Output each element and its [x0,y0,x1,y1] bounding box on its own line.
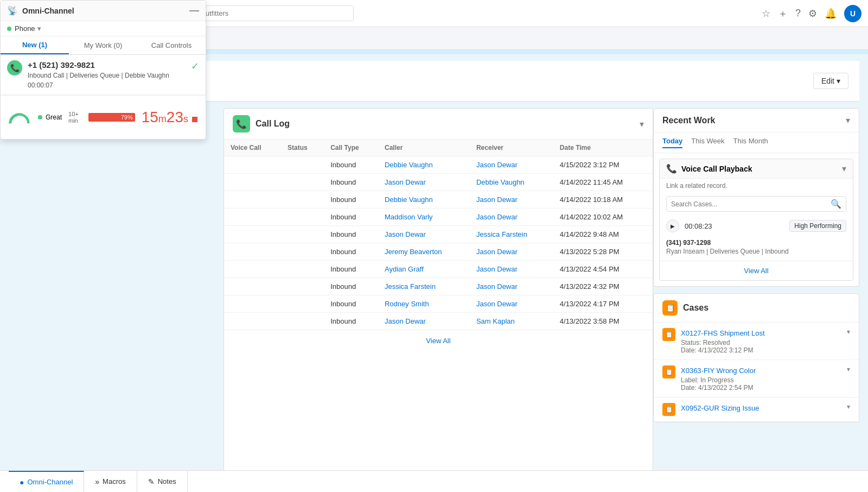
cell-status [281,313,324,330]
caller-detail: Ryan Inseam | Deliveries Queue | Inbound [666,248,846,255]
cell-call-type: Inbound [324,313,378,330]
cell-status [281,278,324,295]
table-row: Inbound Jason Dewar Debbie Vaughn 4/14/2… [224,174,653,191]
case-info: X0952-GUR Sizing Issue [681,403,760,413]
case-link[interactable]: X0952-GUR Sizing Issue [681,404,760,412]
omni-minimize-icon[interactable]: — [189,5,199,16]
case-dropdown-icon[interactable]: ▾ [847,365,850,373]
cell-date-time: 4/13/2022 4:32 PM [553,278,653,295]
cell-status [281,174,324,191]
table-row: Inbound Jason Dewar Sam Kaplan 4/13/2022… [224,313,653,330]
caller-link: Maddison Varly [385,213,433,221]
footer-tab-omni-channel[interactable]: ● Omni-Channel [9,471,84,492]
avatar[interactable]: U [844,5,861,22]
caller-link: Jeremy Beaverton [385,248,442,256]
call-time: 00:00:07 [28,81,169,89]
vcp-dropdown-icon[interactable]: ▾ [842,163,846,174]
help-icon[interactable]: ? [795,8,801,19]
notes-icon: ✎ [148,477,155,486]
stat-bar: 79% [88,113,135,122]
tab-call-controls[interactable]: Call Controls [137,36,206,54]
cell-receiver[interactable]: Jason Dewar [470,156,553,174]
table-row: Inbound Jason Dewar Jessica Farstein 4/1… [224,226,653,243]
cell-caller[interactable]: Jeremy Beaverton [378,243,470,261]
cell-caller[interactable]: Debbie Vaughn [378,191,470,209]
cell-voice-call [224,174,281,191]
cell-receiver[interactable]: Jason Dewar [470,278,553,295]
great-label: Great [46,113,62,121]
phone-status-row: Phone ▾ [1,21,206,36]
play-button[interactable]: ▶ [666,219,679,232]
cell-receiver[interactable]: Jason Dewar [470,209,553,226]
settings-icon[interactable]: ⚙ [808,8,817,20]
omni-channel-icon: ● [20,478,24,487]
vcp-search-icon: 🔍 [831,199,841,209]
cell-caller[interactable]: Jason Dewar [378,226,470,243]
edit-button[interactable]: Edit ▾ [813,73,848,89]
notifications-icon[interactable]: 🔔 [825,8,837,20]
footer-tab-notes[interactable]: ✎ Notes [137,471,188,492]
tab-my-work[interactable]: My Work (0) [69,36,137,54]
case-link[interactable]: X0127-FHS Shipment Lost [681,329,765,337]
omni-overlay: 📡 Omni-Channel — Phone ▾ New (1) My Work… [0,0,206,140]
tab-today[interactable]: Today [662,137,682,148]
vcp-search-box[interactable]: 🔍 [666,196,846,212]
omni-title: Omni-Channel [22,7,74,15]
case-dropdown-icon[interactable]: ▾ [847,328,850,336]
timer-stop-icon[interactable]: ⏹ [190,115,199,124]
case-dropdown-icon[interactable]: ▾ [847,403,850,411]
playback-time: 00:08:23 [685,222,712,230]
cell-status [281,243,324,261]
cell-receiver[interactable]: Jason Dewar [470,243,553,261]
search-cases-input[interactable] [671,200,831,208]
cell-caller[interactable]: Jason Dewar [378,174,470,191]
cell-voice-call [224,156,281,174]
call-log-table: Voice Call Status Call Type Caller Recei… [224,140,653,330]
tab-new[interactable]: New (1) [1,36,69,54]
recent-work-tabs: Today This Week This Month [654,133,859,153]
caller-info: (341) 937-1298 Ryan Inseam | Deliveries … [660,237,853,261]
vcp-link-text: Link a related record. [660,179,853,193]
cell-receiver[interactable]: Sam Kaplan [470,313,553,330]
cell-caller[interactable]: Jason Dewar [378,313,470,330]
cell-caller[interactable]: Rodney Smith [378,295,470,313]
call-accept-icon[interactable]: ✓ [191,60,199,72]
status-dot [7,27,11,31]
call-log-title: Call Log [256,119,290,129]
call-log-view-all[interactable]: View All [224,330,653,351]
vcp-view-all[interactable]: View All [660,261,853,280]
nav-icons: ☆ ＋ ? ⚙ 🔔 U [762,5,861,22]
case-meta: Status: ResolvedDate: 4/13/2022 3:12 PM [681,339,765,354]
receiver-link: Jason Dewar [476,195,518,204]
add-icon[interactable]: ＋ [778,7,788,20]
cell-status [281,209,324,226]
cell-caller[interactable]: Jessica Farstein [378,278,470,295]
cell-caller[interactable]: Maddison Varly [378,209,470,226]
bottom-footer: ● Omni-Channel » Macros ✎ Notes [0,470,868,492]
table-row: Inbound Aydian Graff Jason Dewar 4/13/20… [224,261,653,278]
cell-voice-call [224,226,281,243]
min-label: 10+ min [68,111,86,124]
cell-caller[interactable]: Aydian Graff [378,261,470,278]
table-row: Inbound Maddison Varly Jason Dewar 4/14/… [224,209,653,226]
cell-caller[interactable]: Debbie Vaughn [378,156,470,174]
cell-date-time: 4/14/2022 9:48 AM [553,226,653,243]
phone-status[interactable]: Phone ▾ [15,24,41,33]
tab-this-month[interactable]: This Month [733,137,768,148]
call-log-icon: 📞 [233,115,250,133]
tab-this-week[interactable]: This Week [691,137,724,148]
recent-work-dropdown-icon[interactable]: ▾ [846,115,850,125]
cell-receiver[interactable]: Jason Dewar [470,191,553,209]
cell-receiver[interactable]: Debbie Vaughn [470,174,553,191]
cell-voice-call [224,191,281,209]
cell-date-time: 4/13/2022 3:58 PM [553,313,653,330]
case-link[interactable]: X0363-FIY Wrong Color [681,367,756,375]
call-log-collapse-icon[interactable]: ▾ [640,119,644,129]
footer-tab-macros[interactable]: » Macros [84,471,137,492]
cell-receiver[interactable]: Jason Dewar [470,261,553,278]
favorites-icon[interactable]: ☆ [762,8,770,20]
cell-receiver[interactable]: Jason Dewar [470,295,553,313]
cell-receiver[interactable]: Jessica Farstein [470,226,553,243]
case-icon: 📋 [662,365,675,379]
right-panel: Recent Work ▾ Today This Week This Month… [653,108,859,483]
